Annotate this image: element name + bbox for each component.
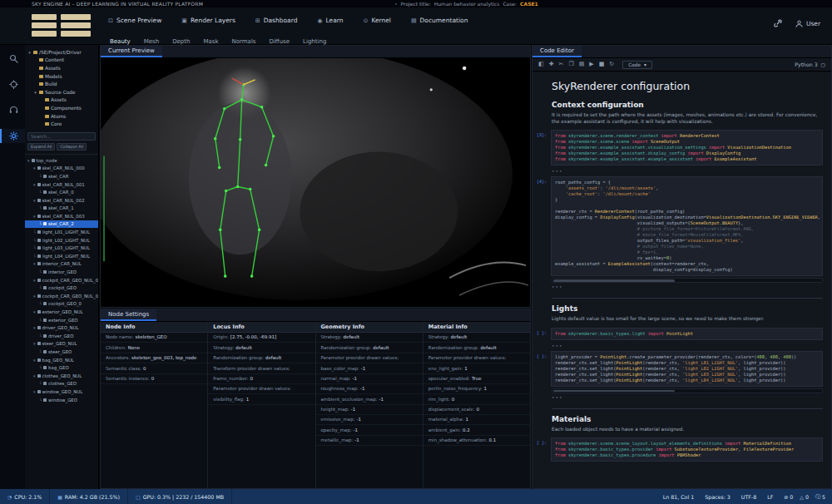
file-tree-item[interactable]: Components	[25, 104, 98, 112]
file-tree-item[interactable]: ▾ /SE/Project/Driver	[25, 48, 98, 57]
file-tree-item[interactable]: Models	[25, 72, 98, 81]
scene-tree-item[interactable]: ▾ driver_GEO_NUL	[25, 324, 98, 332]
cell-type-select[interactable]: Code ▾	[622, 61, 652, 69]
save-icon[interactable]: ◧	[538, 62, 544, 67]
scene-tree-item[interactable]: ▾ skel_CAR_NUL_002	[25, 196, 98, 205]
scene-tree-item[interactable]: ▾ skel_CAR_NUL_001	[25, 180, 98, 189]
stop-kernel-icon[interactable]: ■	[599, 62, 605, 67]
horizontal-scrollbar[interactable]	[552, 278, 823, 283]
kernel-indicator[interactable]: Python 3 ○	[795, 62, 825, 67]
collapsed-cells-indicator[interactable]: •••	[552, 393, 823, 401]
notifications-count[interactable]: ⓘ 5	[815, 493, 825, 501]
file-tree-item[interactable]: Build	[25, 80, 98, 88]
menu-item[interactable]: ⊙ Kernel	[364, 17, 391, 24]
settings-gear-icon[interactable]	[0, 129, 25, 143]
run-cell-icon[interactable]: ▶	[589, 62, 593, 67]
scene-tree-item[interactable]: └ interior_GEO	[25, 268, 98, 276]
render-mode[interactable]: Normals	[232, 38, 256, 45]
render-mode[interactable]: Diffuse	[270, 38, 290, 45]
file-tree-item[interactable]: Assets	[25, 96, 98, 105]
camera-preview-image[interactable]	[101, 58, 530, 307]
add-cell-icon[interactable]: ✚	[549, 62, 554, 67]
scene-tree-item[interactable]: └ steer_GEO	[25, 348, 98, 356]
cell-source[interactable]: from skyrenderer.basic_types.light impor…	[551, 328, 823, 340]
scene-tree-item[interactable]: └ cockpit_GEO_0	[25, 300, 98, 309]
file-tree-item[interactable]: Assets	[25, 64, 98, 72]
tab-code-editor[interactable]: Code Editor	[532, 46, 582, 57]
cut-cell-icon[interactable]: ✂	[559, 62, 564, 67]
scene-tree-item[interactable]: ▾ cockpit_CAR_GEO_NUL_000	[25, 276, 98, 284]
cell-source[interactable]: light_provider = PointLight.create_param…	[551, 351, 823, 387]
cell-source[interactable]: root_paths_config = { 'assets_root': '/d…	[551, 176, 823, 276]
eol[interactable]: LF	[767, 494, 773, 500]
tab-current-preview[interactable]: Current Preview	[101, 46, 162, 57]
restart-kernel-icon[interactable]: ↻	[609, 62, 614, 67]
scene-tree-item[interactable]: └ exterior_GEO	[25, 316, 98, 324]
collapsed-cells-indicator[interactable]: •••	[552, 283, 823, 290]
scene-tree-item[interactable]: └ skel_CAR_1	[25, 205, 98, 213]
collapsed-cells-indicator[interactable]: •••	[552, 342, 823, 349]
scene-tree-item[interactable]: ▾ exterior_GEO_NUL	[25, 308, 98, 316]
menu-item[interactable]: ▣ Render Layers	[181, 17, 235, 24]
file-tree-item[interactable]: ▾ Source Code	[25, 88, 98, 96]
scene-tree-item[interactable]: ▾ interior_CAR_NUL	[25, 260, 98, 269]
scene-tree-item[interactable]: └ skel_CAR_2	[25, 220, 98, 229]
tab-node-settings[interactable]: Node Settings	[101, 309, 156, 321]
cell-source[interactable]: from skyrenderer.scene.renderer_context …	[551, 130, 823, 166]
menu-item[interactable]: ▤ Documentation	[411, 17, 468, 24]
scene-tree-item[interactable]: └ light_L02_LIGHT_NUL	[25, 236, 98, 245]
cursor-position[interactable]: Ln 81, Col 1	[663, 494, 695, 500]
scene-tree-item[interactable]: ▾ steer_GEO_NUL	[25, 340, 98, 348]
scene-tree-item[interactable]: ▾ top_node	[25, 156, 98, 165]
encoding[interactable]: UTF-8	[741, 494, 756, 500]
scene-tree-item[interactable]: ▾ skel_CAR_NUL_000	[25, 165, 98, 173]
scene-tree-item[interactable]: ▾ window_GEO_NUL	[25, 388, 98, 396]
indentation[interactable]: Spaces: 3	[705, 494, 730, 500]
warnings-count[interactable]: △ 0	[800, 493, 809, 501]
scene-tree-item[interactable]: └ window_GEO	[25, 396, 98, 404]
scene-tree-item[interactable]: └ light_L03_LIGHT_NUL	[25, 244, 98, 252]
render-mode[interactable]: Lighting	[303, 38, 326, 45]
user-menu[interactable]: User	[795, 20, 820, 27]
search-icon[interactable]	[0, 52, 25, 66]
menu-item[interactable]: ⊡ Scene Preview	[108, 17, 161, 24]
crosshair-icon[interactable]	[0, 77, 25, 91]
render-mode[interactable]: Mesh	[144, 38, 159, 45]
scene-tree-item[interactable]: └ bag_GEO	[25, 363, 98, 372]
file-tree-item[interactable]: Core	[25, 120, 98, 128]
collapse-all-button[interactable]: Collapse All	[57, 143, 87, 151]
share-link-icon[interactable]	[774, 19, 782, 27]
scene-tree-item[interactable]: ▾ bag_GEO_NUL	[25, 356, 98, 364]
skyengine-logo[interactable]	[32, 14, 91, 37]
scene-tree-item[interactable]: └ skel_CAR_0	[25, 188, 98, 196]
cell-source[interactable]: from skyrenderer.scene.scene_layout.layo…	[551, 437, 823, 462]
expand-all-button[interactable]: Expand All	[27, 143, 55, 151]
scene-tree-item[interactable]: ▾ cockpit_CAR_GEO_NUL_001	[25, 292, 98, 300]
scene-tree-item[interactable]: └ driver_GEO	[25, 332, 98, 340]
scene-tree-item[interactable]: └ skel_CAR	[25, 172, 98, 180]
scrollbar-thumb[interactable]	[553, 390, 675, 393]
horizontal-scrollbar[interactable]	[552, 388, 823, 393]
scene-tree-item[interactable]: ▾ skel_CAR_NUL_003	[25, 212, 98, 220]
scene-tree-item[interactable]: └ clothes_GEO	[25, 380, 98, 388]
scene-tree-item[interactable]: ▾ clothes_GEO_NUL	[25, 372, 98, 380]
copy-cell-icon[interactable]: ❐	[568, 62, 573, 67]
render-mode[interactable]: Beauty	[110, 38, 131, 45]
scene-tree-item[interactable]: └ cockpit_GEO	[25, 284, 98, 292]
search-input[interactable]	[27, 132, 96, 141]
menu-item[interactable]: ◉ Learn	[317, 17, 343, 24]
render-mode[interactable]: Depth	[172, 38, 190, 45]
paste-cell-icon[interactable]: ▤	[579, 62, 585, 67]
collapsed-cells-indicator[interactable]: •••	[552, 167, 823, 175]
headset-icon[interactable]	[0, 103, 25, 117]
scene-tree-item[interactable]: └ light_L04_LIGHT_NUL	[25, 252, 98, 260]
errors-count[interactable]: ⊘ 0	[784, 493, 793, 501]
badge-icon: △	[800, 494, 804, 500]
tree-connector-icon: ▾	[33, 261, 36, 266]
file-tree-item[interactable]: Atoms	[25, 112, 98, 121]
menu-item[interactable]: ⊞ Dashboard	[255, 17, 298, 24]
scene-tree-item[interactable]: └ light_L01_LIGHT_NUL	[25, 228, 98, 236]
render-mode[interactable]: Mask	[204, 38, 219, 45]
scrollbar-thumb[interactable]	[553, 279, 675, 282]
file-tree-item[interactable]: Content	[25, 57, 98, 65]
